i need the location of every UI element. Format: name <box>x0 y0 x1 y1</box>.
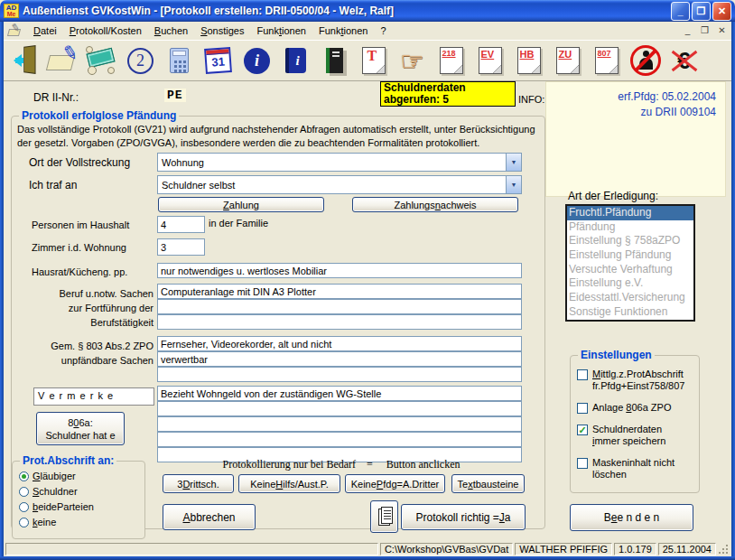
dr-nr-value: PE <box>164 89 186 102</box>
checkbox-anlage-806a[interactable]: ✓ Anlage 806a ZPO <box>577 402 684 414</box>
doc-218-button[interactable]: 218 <box>433 42 469 79</box>
menu-datei[interactable]: Datei <box>27 23 63 38</box>
list-item[interactable]: Sonstige Funktionen <box>567 305 693 320</box>
calculator-icon <box>170 48 189 73</box>
info-label: INFO: <box>518 94 544 105</box>
minimize-button[interactable]: _ <box>671 2 690 21</box>
checkbox-schuldnerdaten-speichern[interactable]: ✓ Schuldnerdatenimmer speichern <box>577 424 684 447</box>
list-item[interactable]: Pfändung <box>567 220 693 235</box>
no-person-button[interactable] <box>628 42 663 79</box>
restore-button[interactable]: ❐ <box>692 2 711 21</box>
status-path: C:\Workshop\GVBas\GVDat <box>380 543 513 555</box>
resize-grip[interactable] <box>718 543 730 555</box>
menu-protokoll-kosten[interactable]: Protokoll/Kosten <box>63 23 148 38</box>
mdi-restore-button[interactable]: ❐ <box>697 24 712 37</box>
coin-icon <box>88 66 97 75</box>
mdi-close-button[interactable]: ✕ <box>714 24 730 37</box>
menu-funktionen-1[interactable]: Funktionen <box>250 23 312 38</box>
menu-buchen[interactable]: Buchen <box>148 23 194 38</box>
textbausteine-button[interactable]: Textbausteine <box>451 474 525 493</box>
chevron-down-icon[interactable]: ▼ <box>506 154 521 171</box>
manual-button[interactable]: i <box>278 42 313 79</box>
info-button[interactable]: i <box>239 42 274 79</box>
menu-funktionen-2[interactable]: Funktionen <box>312 23 374 38</box>
personen-input[interactable] <box>157 216 205 233</box>
status-user: WALTHER PFIFFIG <box>515 543 612 555</box>
keine-pfdg-button[interactable]: Keine Pfdg=A.Dritter <box>345 474 445 493</box>
keine-hilfs-button[interactable]: Keine Hilfs/Aust.P. <box>238 474 340 493</box>
menu-sonstiges[interactable]: Sonstiges <box>194 23 250 38</box>
book-info-icon: i <box>285 48 306 73</box>
list-item[interactable]: Einstellung § 758aZPO <box>567 234 693 248</box>
money-button[interactable] <box>84 42 119 79</box>
close-button[interactable]: ✕ <box>712 2 731 21</box>
gem-input-1[interactable] <box>157 336 522 351</box>
list-item[interactable]: Einstellung e.V. <box>567 276 693 291</box>
app-icon[interactable]: AD Me <box>4 4 19 18</box>
zimmer-input[interactable] <box>157 238 205 256</box>
protocol-write-button[interactable]: ✎ <box>45 42 80 79</box>
hand-button[interactable]: ☞ <box>395 42 430 79</box>
hausrat-input[interactable] <box>157 263 522 278</box>
drittschuldner-button[interactable]: 3 Drittsch. <box>163 474 234 493</box>
calendar-button[interactable]: 31 <box>200 42 236 79</box>
copy-pages-button[interactable] <box>370 500 398 533</box>
doc-807-button[interactable]: 807 <box>589 42 624 79</box>
radio-beide-parteien[interactable]: beideParteien <box>19 501 94 512</box>
mdi-close-icon: ✕ <box>718 25 725 35</box>
close-icon: ✕ <box>718 5 726 17</box>
number-2-button[interactable]: 2 <box>123 42 158 79</box>
vermerke-input-1[interactable] <box>157 386 522 401</box>
list-item[interactable]: Einstellung Pfändung <box>567 248 693 263</box>
erf-pfdg-text: erf.Pfdg: 05.02.2004 <box>555 89 716 105</box>
info-icon: i <box>244 48 270 74</box>
beruf-input-1[interactable] <box>157 284 522 299</box>
protokoll-richtig-button[interactable]: Protokoll richtig = Ja <box>401 504 526 530</box>
minimize-icon: _ <box>677 5 683 16</box>
gem-input-2[interactable] <box>157 351 522 367</box>
checkbox-mittlg[interactable]: ✓ Mittlg.z.ProtAbschriftfr.Pfdg+Einst758… <box>577 369 684 392</box>
vermerke-input-4[interactable] <box>157 432 522 447</box>
gem-input-3[interactable] <box>157 367 522 382</box>
radio-icon <box>19 518 29 527</box>
calculator-button[interactable] <box>162 42 197 79</box>
beruf-input-3[interactable] <box>157 314 522 330</box>
hausrat-label: Hausrat/Kücheng. pp. <box>32 266 127 277</box>
schuldnerdaten-alert: Schuldnerdaten abgerufen: 5 <box>380 81 516 107</box>
ort-combobox[interactable]: Wohnung ▼ <box>157 153 522 172</box>
document-t-icon: T <box>362 47 386 74</box>
groupbox-title: Protokoll erfolglose Pfändung <box>19 109 179 122</box>
doc-zu-button[interactable]: ZU <box>550 42 585 79</box>
chevron-down-icon[interactable]: ▼ <box>506 176 521 193</box>
list-item[interactable]: Versuchte Verhaftung <box>567 263 693 277</box>
text-document-button[interactable]: T <box>356 42 391 79</box>
title-bar[interactable]: AD Me Außendienst GVKostWin - [Protokoll… <box>0 0 735 22</box>
window-title: Außendienst GVKostWin - [Protokoll erste… <box>23 5 671 17</box>
vermerke-input-2[interactable] <box>157 401 522 416</box>
coin-icon <box>107 67 115 74</box>
restore-icon: ❐ <box>697 5 706 17</box>
abbrechen-button[interactable]: Abbrechen <box>163 504 256 530</box>
doc-ev-button[interactable]: EV <box>472 42 507 79</box>
radio-glaeubiger[interactable]: Gläubiger <box>19 471 76 481</box>
list-item[interactable]: Fruchtl.Pfändung <box>567 206 693 220</box>
list-item[interactable]: Eidesstattl.Versicherung <box>567 291 693 305</box>
zahlungsnachweis-button[interactable]: Zahlungsnachweis <box>352 197 518 212</box>
mdi-child-icon[interactable]: ✎ <box>7 24 23 38</box>
beenden-button[interactable]: B e e n d e n <box>570 504 693 531</box>
menu-help[interactable]: ? <box>374 23 392 38</box>
radio-keine[interactable]: keine <box>19 517 56 527</box>
doc-hb-button[interactable]: HB <box>511 42 546 79</box>
zahlung-button[interactable]: Zahlung <box>158 197 324 212</box>
vermerke-input-3[interactable] <box>157 416 522 432</box>
exit-button[interactable] <box>6 42 42 79</box>
radio-schuldner[interactable]: Schuldner <box>19 486 78 497</box>
mdi-minimize-button[interactable]: _ <box>680 24 695 37</box>
register-button[interactable] <box>317 42 352 79</box>
ich-traf-an-combobox[interactable]: Schuldner selbst ▼ <box>157 175 522 194</box>
beruf-input-2[interactable] <box>157 299 522 314</box>
806a-button[interactable]: 806a: Schuldner hat e <box>36 412 125 445</box>
no-euro-button[interactable]: € <box>666 42 702 79</box>
checkbox-maskeninhalt[interactable]: ✓ Maskeninhalt nichtlöschen <box>577 457 684 481</box>
vermerke-label: V e r m e r k e <box>33 387 154 406</box>
